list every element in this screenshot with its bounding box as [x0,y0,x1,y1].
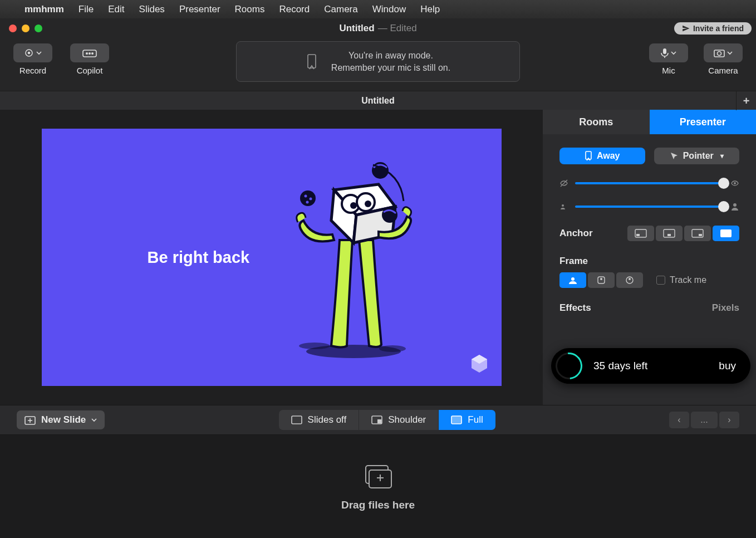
opacity-slider-row [559,179,739,188]
svg-point-25 [734,182,736,184]
prev-slide-button[interactable]: ‹ [669,412,689,428]
frame-rounded[interactable] [588,272,615,288]
mic-label: Mic [662,66,675,75]
svg-point-39 [629,278,631,280]
tab-title[interactable]: Untitled [361,96,395,106]
svg-point-19 [309,198,312,200]
svg-rect-33 [699,234,702,236]
new-slide-button[interactable]: New Slide [17,410,105,429]
invite-friend-button[interactable]: Invite a friend [674,22,752,35]
record-label: Record [19,66,46,75]
app-menu[interactable]: mmhmm [24,4,64,15]
panel-body: Away Pointer ▾ [543,134,756,327]
view-mode-segment: Slides off Shoulder Full [279,410,495,430]
anchor-bottom-left[interactable] [627,226,654,241]
frame-circle[interactable] [616,272,643,288]
svg-point-18 [304,195,307,198]
minimize-window-button[interactable] [22,25,30,32]
svg-rect-41 [292,416,302,424]
anchor-bottom-right[interactable] [684,226,711,241]
chevron-down-icon: ▾ [720,152,724,160]
away-mode-banner: You're in away mode. Remember your mic i… [236,41,520,82]
shoulder-label: Shoulder [388,414,426,425]
view-full[interactable]: Full [439,410,495,430]
effects-label: Effects [559,302,591,314]
size-slider-row [559,202,739,211]
tab-presenter[interactable]: Presenter [650,110,757,134]
menu-presenter[interactable]: Presenter [179,4,220,15]
new-slide-icon [24,415,36,425]
mmhmm-logo-icon [469,354,489,376]
copilot-icon [82,48,97,58]
slider-thumb[interactable] [718,178,729,189]
eye-slash-icon [559,179,568,188]
slides-off-label: Slides off [308,414,347,425]
toolbar: Record Copilot You're in away mode. Reme… [0,38,756,91]
svg-point-35 [571,277,575,281]
tab-bar: Untitled + [0,91,756,110]
opacity-slider[interactable] [575,182,724,184]
svg-point-3 [86,52,88,55]
menu-file[interactable]: File [78,4,94,15]
camera-label: Camera [708,66,738,75]
size-slider[interactable] [575,206,724,208]
track-me-checkbox[interactable]: Track me [656,275,706,285]
copilot-button[interactable] [70,43,109,62]
away-toggle-button[interactable]: Away [559,148,645,164]
slide-more-button[interactable]: ... [691,412,718,428]
anchor-full[interactable] [713,226,739,241]
frame-segment [559,272,643,288]
toolbar-left: Record Copilot [13,43,109,75]
anchor-bottom-center[interactable] [656,226,683,241]
svg-point-12 [379,345,406,352]
traffic-lights [9,25,42,32]
tab-rooms[interactable]: Rooms [543,110,650,134]
away-mode-icon [306,53,318,70]
away-icon [585,151,592,161]
menu-camera[interactable]: Camera [324,4,357,15]
menu-window[interactable]: Window [372,4,406,15]
pointer-dropdown[interactable]: Pointer ▾ [654,148,740,164]
toolbar-right: Mic Camera [649,43,743,75]
svg-point-16 [365,200,371,207]
view-slides-off[interactable]: Slides off [279,410,360,430]
svg-rect-44 [451,416,462,424]
full-label: Full [468,414,483,425]
anchor-label: Anchor [559,228,593,239]
menu-slides[interactable]: Slides [139,4,165,15]
window-title: Untitled — Edited [339,23,416,34]
file-dropzone[interactable]: Drag files here [0,435,756,538]
frame-rect[interactable] [559,272,586,288]
person-small-icon [559,203,568,210]
svg-point-9 [718,52,721,56]
slider-thumb[interactable] [718,201,729,212]
mic-button[interactable] [649,43,688,62]
next-slide-button[interactable]: › [719,412,739,428]
maximize-window-button[interactable] [35,25,42,32]
camera-tool: Camera [704,43,743,75]
svg-point-26 [562,204,564,207]
document-title: Untitled [339,23,374,34]
menu-record[interactable]: Record [279,4,310,15]
svg-point-17 [300,190,316,206]
slide-text: Be right back [148,248,250,267]
close-window-button[interactable] [9,25,17,32]
paper-plane-icon [682,25,690,32]
record-button[interactable] [13,43,52,62]
menu-rooms[interactable]: Rooms [235,4,265,15]
menu-edit[interactable]: Edit [108,4,124,15]
chevron-down-icon [91,417,97,423]
camera-button[interactable] [704,43,743,62]
person-large-icon [730,202,739,211]
away-slide: Be right back [42,129,502,386]
add-tab-button[interactable]: + [736,91,756,110]
chevron-down-icon [671,50,676,56]
buy-button[interactable]: buy [719,360,736,372]
bottom-strip: New Slide Slides off Shoulder Full ‹ ...… [0,405,756,435]
invite-label: Invite a friend [693,24,744,33]
view-shoulder[interactable]: Shoulder [359,410,439,430]
slides-off-icon [291,415,302,424]
menu-help[interactable]: Help [420,4,440,15]
camera-icon [714,48,725,57]
svg-point-4 [89,52,91,55]
